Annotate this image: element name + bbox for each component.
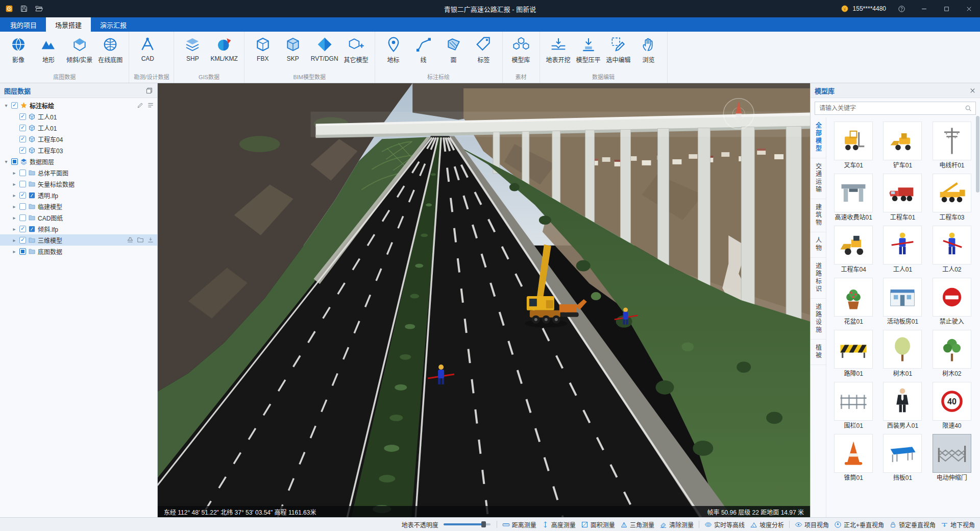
tree-row[interactable]: ▸三维模型 — [0, 234, 157, 246]
tree-row[interactable]: ▸底图数据 — [0, 246, 157, 257]
expand-arrow-icon[interactable]: ▸ — [11, 204, 17, 209]
ribbon-button[interactable]: 地标 — [380, 35, 407, 64]
model-item[interactable]: 禁止驶入 — [929, 278, 975, 326]
ribbon-button[interactable]: 线 — [410, 35, 437, 64]
status-tool[interactable]: 距离测量 — [502, 520, 536, 529]
ribbon-button[interactable]: 影像 — [5, 35, 32, 64]
ribbon-button[interactable]: 倾斜/实景 — [65, 35, 94, 64]
stamp-icon[interactable] — [127, 236, 134, 244]
status-tool[interactable]: 正北+垂直视角 — [834, 520, 884, 529]
opacity-slider[interactable] — [444, 523, 491, 525]
status-tool[interactable]: 高度测量 — [542, 520, 576, 529]
tree-row[interactable]: ▸临建模型 — [0, 201, 157, 212]
model-item[interactable]: 树木02 — [929, 330, 975, 378]
ribbon-button[interactable]: 地形 — [35, 35, 62, 64]
status-tool[interactable]: 面积测量 — [581, 520, 615, 529]
layer-checkbox[interactable] — [19, 147, 26, 154]
expand-arrow-icon[interactable]: ▸ — [11, 181, 17, 187]
status-tool[interactable]: 实时等高线 — [704, 520, 745, 529]
tree-row[interactable]: 工人01 — [0, 122, 157, 133]
layer-checkbox[interactable] — [11, 102, 18, 109]
model-item[interactable]: 围栏01 — [830, 382, 876, 430]
expand-arrow-icon[interactable]: ▾ — [3, 159, 9, 164]
layer-checkbox[interactable] — [19, 226, 26, 232]
model-item[interactable]: 工程车04 — [830, 226, 876, 274]
ribbon-button[interactable]: FBX — [249, 35, 277, 63]
category-tab[interactable]: 道路设施 — [814, 299, 823, 339]
layer-checkbox[interactable] — [19, 113, 26, 120]
ribbon-button[interactable]: 面 — [440, 35, 468, 64]
status-tool[interactable]: 地下视角 — [941, 520, 975, 529]
ribbon-button[interactable]: 模型库 — [507, 35, 535, 64]
tree-row[interactable]: ▾标注标绘 — [0, 100, 157, 111]
layer-checkbox[interactable] — [19, 170, 26, 176]
category-tab[interactable]: 道路标识 — [814, 258, 823, 298]
open-folder-icon[interactable] — [35, 5, 43, 13]
model-item[interactable]: 电动伸缩门 — [929, 434, 975, 482]
ribbon-button[interactable]: 选中编辑 — [605, 35, 632, 64]
layer-checkbox[interactable] — [19, 192, 26, 199]
add-layer-group-icon[interactable] — [145, 87, 153, 94]
expand-arrow-icon[interactable]: ▸ — [11, 170, 17, 176]
status-tool[interactable]: 清除测量 — [659, 520, 694, 529]
status-tool[interactable]: 三角测量 — [620, 520, 654, 529]
layer-checkbox[interactable] — [19, 237, 26, 244]
expand-arrow-icon[interactable]: ▸ — [11, 215, 17, 221]
category-tab[interactable]: 人物 — [814, 232, 823, 257]
ribbon-button[interactable]: RVT/DGN — [309, 35, 340, 63]
tab[interactable]: 演示汇报 — [91, 17, 136, 32]
layer-checkbox[interactable] — [19, 203, 26, 210]
model-item[interactable]: 工程车03 — [929, 174, 975, 222]
category-tab[interactable]: 植被 — [814, 340, 823, 365]
panel-close-icon[interactable] — [969, 87, 976, 94]
tree-row[interactable]: ▸倾斜.lfp — [0, 223, 157, 234]
model-item[interactable]: 锥筒01 — [830, 434, 876, 482]
tree-row[interactable]: ▸矢量标绘数据 — [0, 178, 157, 189]
tree-row[interactable]: ▸总体平面图 — [0, 167, 157, 178]
model-item[interactable]: 工人01 — [879, 226, 925, 274]
model-item[interactable]: 挡板01 — [879, 434, 925, 482]
tree-row[interactable]: ▸CAD图纸 — [0, 212, 157, 223]
expand-arrow-icon[interactable]: ▸ — [11, 249, 17, 254]
ribbon-button[interactable]: CAD — [134, 35, 161, 63]
model-item[interactable]: 40限速40 — [929, 382, 975, 430]
status-tool[interactable]: 项目视角 — [795, 520, 829, 529]
app-logo-icon[interactable] — [5, 5, 13, 13]
ribbon-button[interactable]: 模型压平 — [575, 35, 602, 64]
expand-arrow-icon[interactable]: ▸ — [11, 192, 17, 198]
model-item[interactable]: 高速收费站01 — [830, 174, 876, 222]
tab[interactable]: 场景搭建 — [46, 17, 91, 32]
help-button[interactable] — [892, 0, 911, 17]
viewport-3d[interactable]: 东经 112° 48' 51.22" 北纬 37° 53' 03.54" 高程 … — [158, 83, 810, 517]
layer-checkbox[interactable] — [19, 214, 26, 221]
expand-arrow-icon[interactable]: ▾ — [3, 103, 9, 108]
tree-row[interactable]: 工人01 — [0, 111, 157, 122]
model-item[interactable]: 活动板房01 — [879, 278, 925, 326]
ribbon-button[interactable]: 其它模型 — [342, 35, 370, 64]
model-item[interactable]: 花盆01 — [830, 278, 876, 326]
menu-icon[interactable] — [147, 102, 154, 109]
category-tab[interactable]: 建筑物 — [814, 199, 823, 232]
layer-checkbox[interactable] — [19, 136, 26, 142]
model-item[interactable]: 工人02 — [929, 226, 975, 274]
model-item[interactable]: 西装男人01 — [879, 382, 925, 430]
model-item[interactable]: 工程车01 — [879, 174, 925, 222]
ribbon-button[interactable]: 在线底图 — [96, 35, 124, 64]
tab[interactable]: 我的项目 — [1, 17, 46, 32]
ribbon-button[interactable]: 标签 — [470, 35, 498, 64]
ribbon-button[interactable]: 地表开挖 — [545, 35, 572, 64]
tree-row[interactable]: ▾数据图层 — [0, 156, 157, 167]
ribbon-button[interactable]: SHP — [179, 35, 206, 63]
close-button[interactable] — [960, 0, 978, 17]
save-icon[interactable] — [20, 5, 28, 13]
folder-sm-icon[interactable] — [137, 236, 144, 244]
layer-checkbox[interactable] — [19, 125, 26, 131]
minimize-button[interactable] — [915, 0, 933, 17]
layer-checkbox[interactable] — [19, 181, 26, 187]
model-item[interactable]: 树木01 — [879, 330, 925, 378]
ribbon-button[interactable]: 浏览 — [635, 35, 663, 64]
status-tool[interactable]: 锁定垂直视角 — [889, 520, 936, 529]
model-item[interactable]: 铲车01 — [879, 122, 925, 170]
model-item[interactable]: 叉车01 — [830, 122, 876, 170]
category-tab[interactable]: 全部模型 — [814, 117, 823, 158]
